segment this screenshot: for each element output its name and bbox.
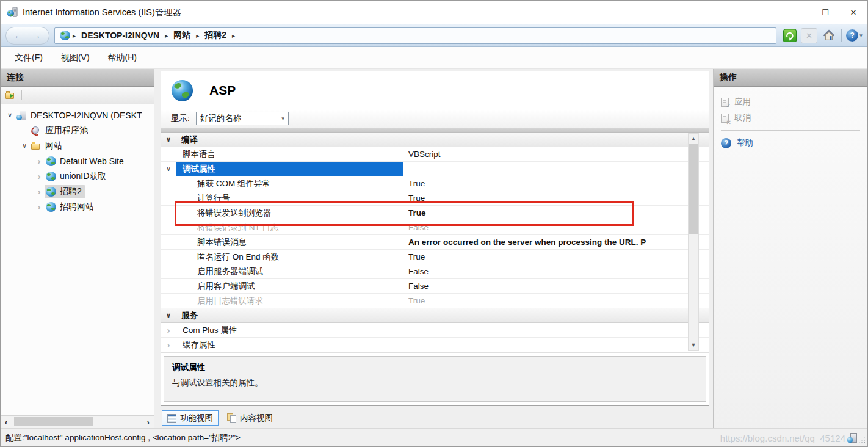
globe-icon: [46, 172, 56, 181]
tree-chevron-icon[interactable]: [34, 186, 45, 197]
asp-settings-grid: 编译 脚本语言 VBScript: [161, 133, 709, 352]
grid-row[interactable]: Com Plus 属性: [161, 323, 709, 338]
tree-item[interactable]: 招聘网站: [1, 199, 154, 214]
row-chevron-icon[interactable]: [161, 206, 176, 220]
row-chevron-icon[interactable]: [161, 250, 176, 264]
tree-item-label: Default Web Site: [60, 156, 124, 166]
row-chevron-icon[interactable]: [161, 133, 176, 147]
tree-chevron-icon[interactable]: [4, 111, 15, 119]
tree-chevron-icon[interactable]: [34, 156, 45, 166]
row-chevron-icon[interactable]: [161, 308, 176, 322]
grid-row[interactable]: 服务: [161, 308, 709, 323]
scroll-right-icon[interactable]: ›: [143, 416, 154, 428]
row-chevron-icon[interactable]: [161, 294, 176, 308]
scrollbar-thumb[interactable]: [14, 417, 93, 426]
property-name: 调试属性: [176, 162, 403, 176]
grid-row[interactable]: 匿名运行 On End 函数 True: [161, 250, 709, 264]
property-value: True: [403, 206, 685, 220]
tab-features-view[interactable]: 功能视图: [162, 410, 219, 426]
create-connection-icon[interactable]: [5, 90, 16, 100]
vertical-scrollbar[interactable]: ▲ ▼: [688, 133, 699, 351]
tree-item[interactable]: 招聘2: [1, 184, 154, 199]
tree-chevron-icon[interactable]: [19, 142, 30, 150]
scroll-down-icon[interactable]: ▼: [689, 340, 698, 350]
grid-row[interactable]: 计算行号 True: [161, 191, 709, 206]
grid-row[interactable]: 将错误发送到浏览器 True: [161, 206, 709, 220]
grid-row[interactable]: 脚本错误消息 An error occurred on the server w…: [161, 235, 709, 250]
row-chevron-icon[interactable]: [161, 147, 176, 161]
actions-header: 操作: [714, 69, 867, 87]
tree-item[interactable]: unionID获取: [1, 169, 154, 184]
grid-row[interactable]: 缓存属性: [161, 338, 709, 352]
property-value: [403, 162, 685, 176]
grid-row[interactable]: 捕获 COM 组件异常 True: [161, 176, 709, 191]
row-chevron-icon[interactable]: [161, 338, 176, 352]
property-value: True: [403, 176, 685, 191]
grid-row[interactable]: 编译: [161, 133, 709, 147]
description-text: 与调试设置相关的属性。: [172, 377, 698, 388]
horizontal-scrollbar[interactable]: ‹ ›: [1, 415, 154, 428]
refresh-button[interactable]: [781, 28, 798, 43]
help-menu-button[interactable]: ?▾: [846, 28, 863, 43]
row-chevron-icon[interactable]: [161, 264, 176, 278]
resize-grip-icon[interactable]: [858, 437, 866, 444]
workspace: 连接 DESKTOP-I2INQVN (DESKT: [1, 69, 867, 428]
breadcrumb-item[interactable]: 招聘2: [201, 29, 230, 42]
row-chevron-icon[interactable]: [161, 220, 176, 234]
breadcrumb[interactable]: DESKTOP-I2INQVN 网站 招聘2: [54, 27, 776, 44]
property-value: False: [403, 279, 685, 293]
asp-feature-card: ASP 显示: 好记的名称 ▾: [161, 71, 709, 406]
tree-item-row: DESKTOP-I2INQVN (DESKT: [15, 109, 145, 122]
display-dropdown[interactable]: 好记的名称 ▾: [196, 112, 289, 125]
tab-content-view[interactable]: 内容视图: [222, 410, 278, 426]
grid-row[interactable]: 启用日志错误请求 True: [161, 294, 709, 308]
tree-chevron-icon[interactable]: [34, 202, 45, 212]
tree-item[interactable]: 应用程序池: [1, 123, 154, 138]
scroll-left-icon[interactable]: ‹: [1, 416, 12, 428]
home-button[interactable]: [820, 28, 837, 43]
close-button[interactable]: ✕: [839, 1, 867, 24]
menu-item[interactable]: 视图(V): [53, 49, 98, 67]
address-toolbar: ✕ ?▾: [781, 28, 863, 43]
property-name: 脚本语言: [176, 147, 403, 161]
tree-item[interactable]: Default Web Site: [1, 153, 154, 169]
property-value: [403, 133, 685, 147]
property-value: True: [403, 250, 685, 264]
row-chevron-icon[interactable]: [161, 162, 176, 176]
help-button[interactable]: ? 帮助: [721, 135, 867, 151]
property-value: False: [403, 220, 685, 234]
tree-item[interactable]: DESKTOP-I2INQVN (DESKT: [1, 107, 154, 123]
grid-row[interactable]: 调试属性: [161, 162, 709, 176]
back-icon: ←: [14, 31, 23, 40]
tree-chevron-icon[interactable]: [34, 171, 45, 181]
cancel-label: 取消: [734, 112, 751, 123]
breadcrumb-item[interactable]: DESKTOP-I2INQVN: [78, 29, 162, 42]
breadcrumb-item[interactable]: 网站: [170, 29, 193, 42]
apply-icon: [721, 98, 729, 107]
row-chevron-icon[interactable]: [161, 235, 176, 249]
menu-item[interactable]: 帮助(H): [100, 49, 145, 67]
grid-row[interactable]: 脚本语言 VBScript: [161, 147, 709, 162]
row-chevron-icon[interactable]: [161, 279, 176, 293]
tree-item-label: unionID获取: [60, 171, 106, 182]
property-value: True: [403, 294, 685, 308]
row-chevron-icon[interactable]: [161, 176, 176, 191]
description-box: 调试属性 与调试设置相关的属性。: [164, 356, 706, 402]
minimize-button[interactable]: —: [783, 1, 811, 24]
row-chevron-icon[interactable]: [161, 323, 176, 337]
grid-row[interactable]: 启用服务器端调试 False: [161, 264, 709, 279]
scroll-up-icon[interactable]: ▲: [689, 134, 698, 144]
scrollbar-thumb[interactable]: [689, 144, 698, 234]
row-chevron-icon[interactable]: [161, 191, 176, 205]
maximize-button[interactable]: ☐: [811, 1, 839, 24]
stop-button: ✕: [801, 28, 817, 43]
tab-label: 功能视图: [180, 413, 213, 424]
refresh-icon: [783, 29, 797, 42]
grid-row[interactable]: 将错误记录到 NT 日志 False: [161, 220, 709, 235]
menu-item[interactable]: 文件(F): [7, 49, 51, 67]
tree-item-label: 招聘2: [60, 186, 82, 197]
grid-row[interactable]: 启用客户端调试 False: [161, 279, 709, 294]
tree-item[interactable]: 网站: [1, 138, 154, 153]
globe-icon: [46, 202, 56, 212]
property-name: 启用服务器端调试: [176, 264, 403, 278]
